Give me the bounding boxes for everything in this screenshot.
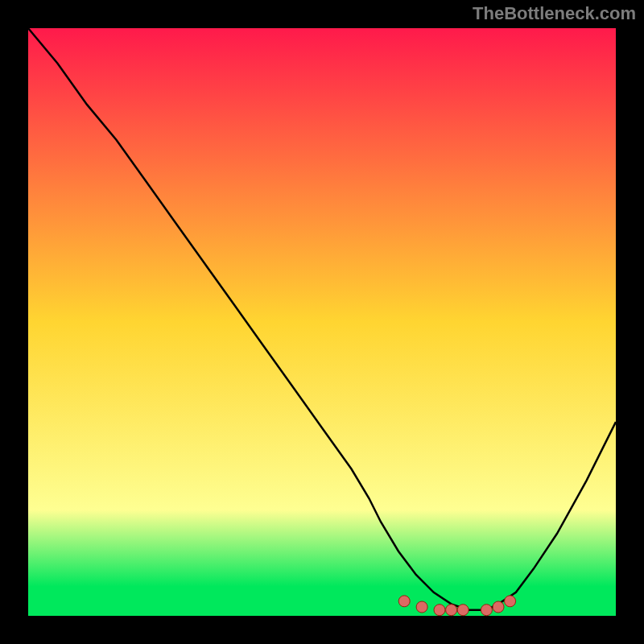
curve-marker: [505, 596, 516, 607]
chart-container: TheBottleneck.com: [0, 0, 644, 644]
curve-marker: [434, 605, 445, 616]
watermark-label: TheBottleneck.com: [473, 3, 636, 24]
curve-marker: [481, 605, 492, 616]
curve-marker: [416, 601, 427, 613]
curve-marker: [446, 605, 457, 616]
curve-marker: [457, 605, 469, 616]
curve-marker: [493, 601, 504, 613]
plot-background: [28, 28, 616, 616]
bottleneck-chart: [0, 0, 644, 644]
curve-marker: [398, 596, 410, 607]
